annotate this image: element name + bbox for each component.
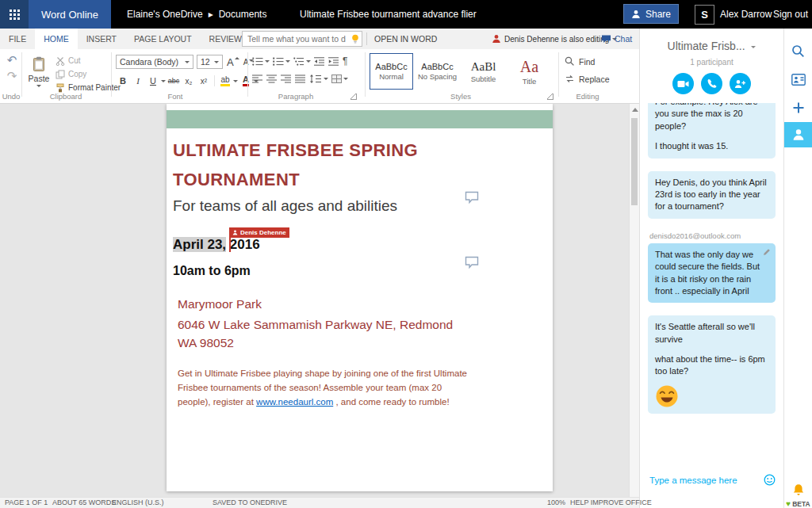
- skype-icon[interactable]: S: [695, 5, 714, 25]
- document-scrollbar[interactable]: [629, 104, 639, 497]
- tell-me-box: [242, 31, 362, 47]
- chat-bubble-icon: [601, 34, 611, 44]
- edit-pencil-icon[interactable]: [763, 248, 771, 256]
- document-canvas: ULTIMATE FRISBEE SPRING TOURNAMENT For t…: [0, 104, 639, 497]
- borders-button[interactable]: [331, 74, 348, 83]
- numbering-icon: [273, 57, 284, 66]
- underline-button[interactable]: U: [146, 74, 160, 88]
- align-left-button[interactable]: [252, 74, 263, 83]
- paste-button[interactable]: Paste: [24, 52, 54, 91]
- chat-sender-email: denisdo2016@outlook.com: [649, 231, 776, 240]
- comment-icon[interactable]: [465, 256, 479, 269]
- justify-button[interactable]: [295, 74, 306, 83]
- chevron-down-icon: [36, 85, 41, 87]
- undo-button[interactable]: ↶: [5, 53, 19, 67]
- font-size-select[interactable]: 12: [197, 55, 223, 69]
- page-banner: [167, 110, 553, 128]
- chevron-down-icon[interactable]: [233, 80, 238, 82]
- chat-message-input[interactable]: Type a message here: [649, 474, 776, 486]
- status-page[interactable]: PAGE 1 OF 1: [5, 498, 48, 508]
- align-right-button[interactable]: [281, 74, 292, 83]
- scrollbar-thumb[interactable]: [631, 118, 638, 205]
- align-center-button[interactable]: [266, 74, 278, 83]
- bullets-button[interactable]: [252, 57, 270, 66]
- superscript-button[interactable]: x²: [197, 74, 211, 88]
- add-participant-button[interactable]: [730, 73, 751, 94]
- status-help-link[interactable]: HELP IMPROVE OFFICE: [570, 498, 652, 508]
- style-subtitle[interactable]: AaBl Subtitle: [462, 53, 505, 90]
- breadcrumb-current[interactable]: Documents: [219, 9, 267, 20]
- voice-call-button[interactable]: [701, 73, 722, 94]
- dialog-launcher-icon[interactable]: [350, 94, 357, 100]
- copy-button[interactable]: Copy: [56, 68, 86, 80]
- chat-title[interactable]: Ultimate Frisb...: [640, 40, 783, 52]
- scroll-up-icon[interactable]: [632, 108, 638, 112]
- status-word-count[interactable]: ABOUT 65 WORDS: [52, 498, 116, 508]
- smiley-icon[interactable]: [764, 474, 776, 486]
- multilevel-list-button[interactable]: [293, 57, 311, 66]
- people-pane-button[interactable]: [784, 122, 812, 147]
- coauthor-indicator[interactable]: Denis Dehenne is also editing: [492, 29, 617, 49]
- video-call-button[interactable]: [672, 73, 694, 94]
- style-title[interactable]: Aa Title: [508, 53, 551, 90]
- document-page[interactable]: ULTIMATE FRISBEE SPRING TOURNAMENT For t…: [167, 104, 553, 491]
- chat-toggle-button[interactable]: Chat: [601, 29, 632, 49]
- highlight-button[interactable]: ab: [220, 76, 229, 86]
- cut-button[interactable]: Cut: [56, 55, 81, 67]
- numbering-button[interactable]: [273, 57, 290, 66]
- breadcrumb-root[interactable]: Elaine's OneDrive: [127, 9, 203, 20]
- app-launcher-button[interactable]: [0, 0, 29, 29]
- add-button[interactable]: [784, 95, 812, 120]
- chat-participants: 1 participant: [640, 58, 783, 67]
- share-button[interactable]: Share: [623, 4, 679, 24]
- open-in-word-button[interactable]: OPEN IN WORD: [374, 29, 437, 49]
- doc-date-line: Denis Dehenne April 23, 2016: [173, 237, 260, 253]
- search-button[interactable]: [784, 38, 812, 63]
- subscript-button[interactable]: x₂: [182, 74, 196, 88]
- decrease-indent-button[interactable]: [314, 57, 325, 66]
- breadcrumb-separator-icon: ▸: [209, 9, 213, 20]
- tab-insert[interactable]: INSERT: [78, 29, 125, 49]
- tell-me-input[interactable]: [242, 31, 362, 47]
- right-sidebar: ♥ BETA: [783, 29, 812, 508]
- strikethrough-button[interactable]: abc: [167, 74, 181, 88]
- style-no-spacing[interactable]: AaBbCc No Spacing: [416, 53, 459, 90]
- increase-indent-button[interactable]: [328, 57, 339, 66]
- status-zoom[interactable]: 100%: [547, 498, 565, 508]
- comment-icon[interactable]: [465, 191, 479, 204]
- chat-panel: Ultimate Frisb... 1 participant For exam…: [639, 29, 783, 508]
- redo-button[interactable]: ↷: [5, 69, 19, 83]
- paragraph-buttons-row1: ¶: [252, 55, 347, 67]
- grow-font-button[interactable]: A: [227, 56, 239, 68]
- chevron-down-icon: [306, 60, 311, 63]
- style-gallery: AaBbCc Normal AaBbCc No Spacing AaBl Sub…: [370, 53, 551, 90]
- tab-page-layout[interactable]: PAGE LAYOUT: [125, 29, 201, 49]
- status-language[interactable]: ENGLISH (U.S.): [112, 498, 164, 508]
- notifications-button[interactable]: [784, 482, 812, 498]
- user-name[interactable]: Alex Darrow: [720, 0, 772, 29]
- line-spacing-button[interactable]: [309, 74, 328, 83]
- line-spacing-icon: [309, 74, 322, 83]
- tab-home[interactable]: HOME: [35, 29, 78, 49]
- group-label-styles: Styles: [370, 92, 552, 101]
- tab-file[interactable]: FILE: [0, 29, 35, 49]
- replace-button[interactable]: Replace: [565, 74, 610, 84]
- bold-button[interactable]: B: [116, 74, 130, 88]
- group-divider: [365, 52, 366, 97]
- app-name[interactable]: Word Online: [29, 0, 111, 29]
- style-normal[interactable]: AaBbCc Normal: [370, 53, 413, 90]
- coauthor-flag: Denis Dehenne: [229, 227, 289, 238]
- sign-out-link[interactable]: Sign out: [773, 0, 808, 29]
- doc-link[interactable]: www.needaurl.com: [256, 397, 333, 407]
- group-label-editing: Editing: [560, 92, 615, 101]
- paragraph-mark-button[interactable]: ¶: [343, 55, 347, 67]
- italic-button[interactable]: I: [131, 74, 145, 88]
- chevron-down-icon[interactable]: [161, 80, 166, 82]
- contacts-button[interactable]: [784, 67, 812, 92]
- font-family-select[interactable]: Candara (Body): [116, 55, 193, 69]
- selected-text: April 23,: [173, 237, 226, 252]
- doc-venue: Marymoor Park: [178, 297, 262, 311]
- find-button[interactable]: Find: [565, 56, 595, 67]
- chat-message-list: For example: Hey Alex are you sure the m…: [640, 103, 783, 453]
- dialog-launcher-icon[interactable]: [547, 94, 553, 100]
